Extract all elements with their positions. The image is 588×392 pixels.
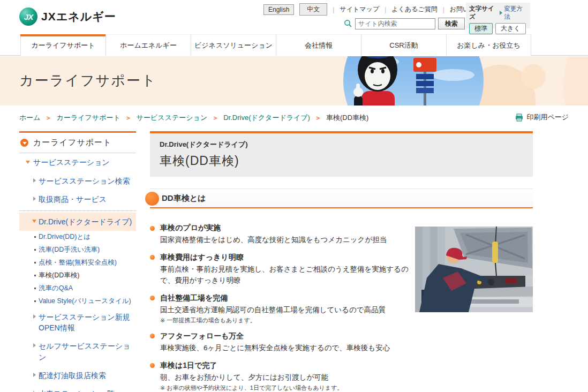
bullet-icon <box>34 249 36 251</box>
hero-photo <box>343 56 484 105</box>
feature-title: 車検のプロが実施 <box>160 223 221 233</box>
sidebar-item-label: 洗車(DD手洗い洗車) <box>39 246 100 253</box>
section-heading-label: DD車検とは <box>162 193 206 203</box>
decorative-circle <box>563 56 588 105</box>
print-page-label: 印刷用ページ <box>526 112 569 122</box>
sidebar-item-new-open[interactable]: サービスステーション新規OPEN情報 <box>19 308 136 337</box>
font-size-label: 文字サイズ <box>469 5 498 21</box>
bullet-icon <box>34 288 36 289</box>
site-header: JX JXエネルギー English 中文 | サイトマップ | よくあるご質問… <box>0 0 588 34</box>
feature-body: 国土交通省地方運輸局認可の自社整備工場を完備しているので高品質 <box>160 305 415 316</box>
feature-item: 車検費用はすっきり明瞭 事前点検・事前お見積を実施し、お客さまとご相談のうえ整備… <box>150 253 415 287</box>
sidebar-item-label: 車検(DD車検) <box>39 272 79 279</box>
english-button[interactable]: English <box>263 4 294 15</box>
feature-item: アフターフォローも万全 車検実施後、6ヶ月ごとに無料安全点検を実施するので、車検… <box>150 331 415 354</box>
feature-title: アフターフォローも万全 <box>160 331 244 341</box>
company-logo[interactable]: JX JXエネルギー <box>19 7 116 26</box>
feature-title: 車検は1日で完了 <box>160 361 217 371</box>
sidebar-title[interactable]: カーライフサポート <box>19 133 136 153</box>
feature-body: 車検実施後、6ヶ月ごとに無料安全点検を実施するので、車検後も安心 <box>160 343 415 354</box>
sidebar-item-drdrive[interactable]: Dr.Drive(ドクタードライブ) <box>19 213 136 231</box>
nav-tab-home-energy[interactable]: ホームエネルギー <box>105 34 191 56</box>
sidebar-item-value-style[interactable]: Value Style(バリュースタイル) <box>19 295 136 308</box>
nav-tab-company[interactable]: 会社情報 <box>276 34 361 56</box>
font-size-standard-button[interactable]: 標準 <box>469 23 493 34</box>
feature-note: ※ 一部提携工場の場合もあります。 <box>160 316 415 325</box>
bullet-icon <box>150 255 155 260</box>
sitemap-link[interactable]: サイトマップ <box>340 5 379 14</box>
feature-item: 車検は1日で完了 朝、お車をお預かりして、夕方にはお引渡しが可能 ※ お車の状態… <box>150 361 415 392</box>
main-content: Dr.Drive(ドクタードライブ) 車検(DD車検) DD車検とは <box>150 131 533 392</box>
triangle-down-icon <box>26 161 30 164</box>
nav-tab-carlife[interactable]: カーライフサポート <box>20 34 105 56</box>
heading-circle-icon <box>145 192 159 206</box>
logo-mark: JX <box>24 12 33 21</box>
bullet-icon <box>34 236 36 238</box>
sidebar-item-carwash[interactable]: 洗車(DD手洗い洗車) <box>19 244 136 257</box>
feature-body: 朝、お車をお預かりして、夕方にはお引渡しが可能 <box>160 372 415 383</box>
search-input[interactable] <box>355 18 435 29</box>
logo-text: JXエネルギー <box>41 9 116 24</box>
sidebar-item-carwash-qa[interactable]: 洗車のQ&A <box>19 282 136 295</box>
sidebar-item-label: サービスステーション検索 <box>39 177 130 185</box>
breadcrumb-home[interactable]: ホーム <box>19 113 41 123</box>
site-search: 検索 <box>344 18 465 29</box>
printer-icon <box>515 114 523 122</box>
breadcrumb-drdrive[interactable]: Dr.Drive(ドクタードライブ) <box>223 113 310 123</box>
sidebar-item-station-search[interactable]: サービスステーション検索 <box>19 172 136 190</box>
nav-tab-csr[interactable]: CSR活動 <box>361 34 446 56</box>
chinese-button[interactable]: 中文 <box>299 3 327 16</box>
bullet-icon <box>150 334 155 338</box>
breadcrumb-separator: ＞ <box>46 114 52 123</box>
breadcrumb: ホーム ＞ カーライフサポート ＞ サービスステーション ＞ Dr.Drive(… <box>19 113 569 123</box>
nav-tab-fun[interactable]: お楽しみ・お役立ち <box>446 34 531 56</box>
feature-item: 車検のプロが実施 国家資格整備士をはじめ、高度な技術と知識をもつメカニックが担当 <box>150 223 415 246</box>
sidebar-item-label: 配達灯油取扱店検索 <box>39 371 106 380</box>
bullet-icon <box>34 275 36 276</box>
divider: | <box>333 6 334 13</box>
sidebar-item-kerosene-search[interactable]: 配達灯油取扱店検索 <box>19 366 136 385</box>
sidebar-item-drdrive-about[interactable]: Dr.Drive(DD)とは <box>19 231 136 244</box>
circle-arrow-icon <box>20 139 28 147</box>
sidebar-item-label: サービスステーション <box>33 158 110 167</box>
breadcrumb-service-station[interactable]: サービスステーション <box>137 113 207 123</box>
feature-title: 自社整備工場を完備 <box>160 293 228 303</box>
sidebar-item-self-station[interactable]: セルフサービスステーション <box>19 337 136 366</box>
bullet-icon <box>150 226 155 231</box>
breadcrumb-carlife[interactable]: カーライフサポート <box>57 113 120 123</box>
feature-body: 国家資格整備士をはじめ、高度な技術と知識をもつメカニックが担当 <box>160 235 415 246</box>
page-title-category: Dr.Drive(ドクタードライブ) <box>160 140 523 149</box>
logo-sphere-icon: JX <box>19 7 37 26</box>
sidebar-item-service-station[interactable]: サービスステーション <box>19 153 136 172</box>
divider <box>19 210 136 211</box>
sidebar-item-products-services[interactable]: 取扱商品・サービス <box>19 190 136 208</box>
sidebar-title-label: カーライフサポート <box>33 138 111 148</box>
breadcrumb-current: 車検(DD車検) <box>326 113 368 123</box>
print-page-link[interactable]: 印刷用ページ <box>515 112 569 122</box>
faq-link[interactable]: よくあるご質問 <box>391 5 437 14</box>
sidebar-item-label: 取扱商品・サービス <box>39 195 107 203</box>
utility-row: English 中文 | サイトマップ | よくあるご質問 | お問い合わせ <box>263 3 489 16</box>
nav-tab-business[interactable]: ビジネスソリューション <box>191 34 276 56</box>
breadcrumb-separator: ＞ <box>212 114 218 123</box>
sidebar-item-label: 水素ステーション一覧 <box>39 389 115 392</box>
search-button[interactable]: 検索 <box>438 18 465 29</box>
page-title-box: Dr.Drive(ドクタードライブ) 車検(DD車検) <box>150 131 533 177</box>
breadcrumb-separator: ＞ <box>125 114 132 123</box>
sidebar-item-inspection-maintenance[interactable]: 点検・整備(無料安全点検) <box>19 257 136 269</box>
sidebar-item-hydrogen-list[interactable]: 水素ステーション一覧 <box>19 385 136 392</box>
bullet-icon <box>34 300 36 302</box>
font-size-large-button[interactable]: 大きく <box>495 23 526 34</box>
decorative-circle <box>521 64 546 89</box>
sidebar-item-label: セルフサービスステーション <box>39 342 130 361</box>
triangle-right-icon <box>33 197 36 201</box>
font-size-panel: 文字サイズ 変更方法 標準 大きく <box>466 3 530 28</box>
main-nav: カーライフサポート ホームエネルギー ビジネスソリューション 会社情報 CSR活… <box>0 34 588 56</box>
font-size-method-link[interactable]: 変更方法 <box>504 5 527 21</box>
bullet-icon <box>150 363 155 368</box>
divider: | <box>385 6 386 13</box>
search-icon <box>344 19 352 28</box>
divider: | <box>443 6 444 13</box>
sidebar-item-shaken-current[interactable]: 車検(DD車検) <box>19 269 136 282</box>
gas-station-mascot-illustration <box>343 56 484 105</box>
